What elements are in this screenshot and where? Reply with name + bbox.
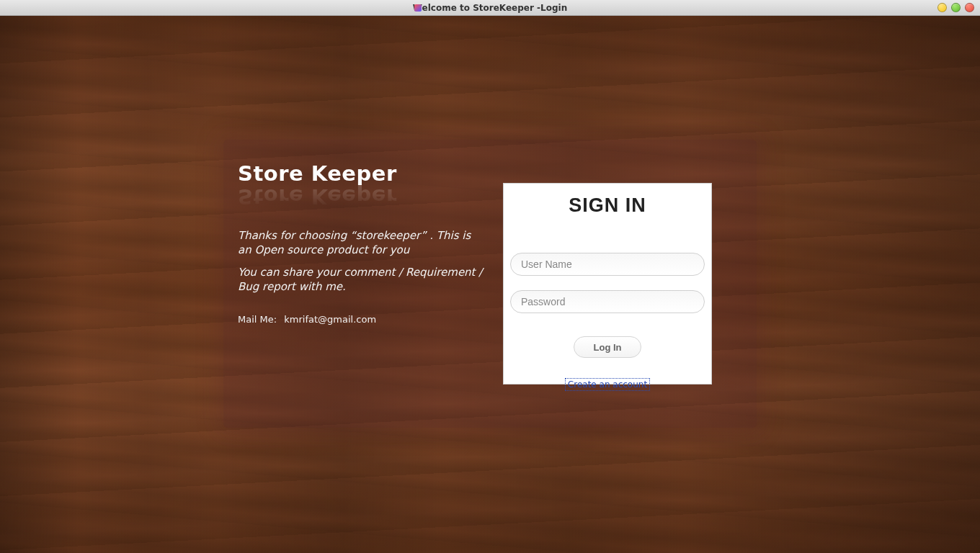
maximize-button[interactable] — [951, 3, 961, 12]
mail-line: Mail Me: kmrifat@gmail.com — [238, 314, 483, 325]
app-icon — [414, 4, 422, 12]
minimize-button[interactable] — [937, 3, 947, 12]
window-titlebar: Welcome to StoreKeeper -Login — [0, 0, 980, 16]
mail-address: kmrifat@gmail.com — [284, 314, 376, 325]
content-panel: Store Keeper Store Keeper Thanks for cho… — [223, 140, 757, 428]
password-input[interactable] — [510, 290, 705, 313]
create-account-link[interactable]: Create an account — [565, 378, 650, 391]
signin-heading: SIGN IN — [504, 194, 711, 217]
intro-text-1: Thanks for choosing “storekeeper” . This… — [238, 229, 483, 257]
mail-label: Mail Me: — [238, 314, 277, 325]
login-button[interactable]: Log In — [574, 336, 641, 358]
username-input[interactable] — [510, 253, 705, 276]
login-card: SIGN IN Log In Create an account — [503, 183, 712, 385]
app-title-reflection: Store Keeper — [238, 184, 483, 209]
intro-text-2: You can share your comment / Requirement… — [238, 266, 483, 294]
app-viewport: Store Keeper Store Keeper Thanks for cho… — [0, 16, 980, 553]
window-controls — [937, 3, 974, 12]
info-column: Store Keeper Store Keeper Thanks for cho… — [238, 161, 483, 325]
window-title: Welcome to StoreKeeper -Login — [413, 3, 567, 13]
app-title: Store Keeper — [238, 161, 483, 186]
close-button[interactable] — [965, 3, 974, 12]
